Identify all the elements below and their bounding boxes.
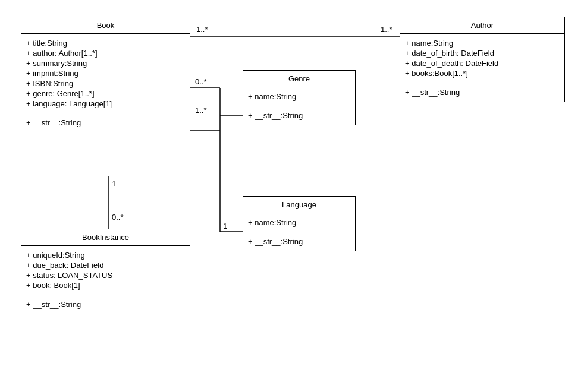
genre-class-attributes: + name:String (243, 87, 355, 106)
bookinstance-class-attributes: + uniqueId:String + due_back: DateField … (21, 246, 190, 295)
bookinstance-attr-3: + book: Book[1] (26, 281, 185, 290)
bookinstance-attr-2: + status: LOAN_STATUS (26, 271, 185, 280)
book-attr-2: + summary:String (26, 59, 185, 68)
bookinstance-class: BookInstance + uniqueId:String + due_bac… (21, 229, 190, 314)
book-class-attributes: + title:String + author: Author[1..*] + … (21, 34, 190, 113)
bookinstance-class-title: BookInstance (21, 229, 190, 246)
author-attr-0: + name:String (405, 39, 560, 48)
book-attr-6: + language: Language[1] (26, 99, 185, 108)
language-class-attributes: + name:String (243, 213, 355, 232)
genre-class-title: Genre (243, 71, 355, 87)
book-attr-4: + ISBN:String (26, 79, 185, 88)
genre-attr-0: + name:String (248, 92, 350, 101)
author-class-attributes: + name:String + date_of_birth: DateField… (400, 34, 564, 83)
book-genre-left-label: 0..* (195, 77, 207, 86)
book-genre-right-label: 1..* (195, 106, 207, 115)
author-class-title: Author (400, 17, 564, 34)
author-attr-1: + date_of_birth: DateField (405, 49, 560, 58)
bookinstance-method-0: + __str__:String (26, 300, 185, 309)
book-class: Book + title:String + author: Author[1..… (21, 17, 190, 132)
author-class: Author + name:String + date_of_birth: Da… (400, 17, 565, 102)
author-class-methods: + __str__:String (400, 83, 564, 102)
book-method-0: + __str__:String (26, 118, 185, 127)
book-attr-1: + author: Author[1..*] (26, 49, 185, 58)
genre-class: Genre + name:String + __str__:String (243, 70, 356, 125)
author-attr-3: + books:Book[1..*] (405, 69, 560, 78)
book-author-left-label: 1..* (196, 25, 208, 34)
language-class: Language + name:String + __str__:String (243, 196, 356, 251)
book-author-right-label: 1..* (381, 25, 392, 34)
book-attr-5: + genre: Genre[1..*] (26, 89, 185, 98)
language-class-methods: + __str__:String (243, 232, 355, 251)
bookinstance-class-methods: + __str__:String (21, 295, 190, 314)
book-class-title: Book (21, 17, 190, 34)
author-attr-2: + date_of_death: DateField (405, 59, 560, 68)
uml-diagram: 1..* 1..* 0..* 1..* 1 1 0..* Book + titl… (0, 0, 581, 392)
genre-method-0: + __str__:String (248, 111, 350, 120)
author-method-0: + __str__:String (405, 88, 560, 97)
book-attr-0: + title:String (26, 39, 185, 48)
book-bookinstance-top-label: 1 (112, 179, 116, 188)
bookinstance-attr-0: + uniqueId:String (26, 251, 185, 260)
book-class-methods: + __str__:String (21, 113, 190, 132)
genre-class-methods: + __str__:String (243, 106, 355, 125)
book-attr-3: + imprint:String (26, 69, 185, 78)
language-class-title: Language (243, 197, 355, 213)
language-method-0: + __str__:String (248, 237, 350, 246)
book-language-label: 1 (223, 222, 227, 230)
book-bookinstance-bottom-label: 0..* (112, 213, 124, 222)
bookinstance-attr-1: + due_back: DateField (26, 261, 185, 270)
language-attr-0: + name:String (248, 218, 350, 227)
